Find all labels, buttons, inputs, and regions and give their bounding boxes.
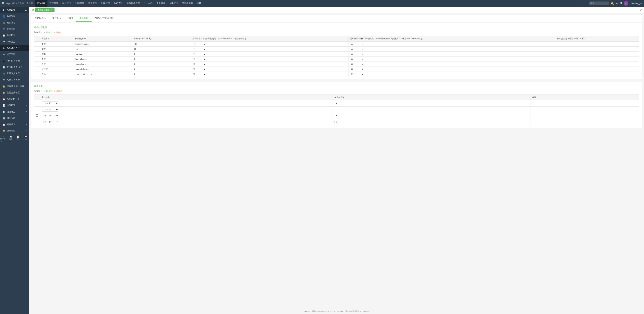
- row-checkbox[interactable]: [36, 108, 38, 110]
- row-checkbox[interactable]: [36, 58, 38, 60]
- sidebar-item-desktop-management[interactable]: 🖥 桌面管理: [0, 51, 29, 58]
- add-leave-row-button[interactable]: + 新增行: [44, 31, 52, 34]
- use-annual-select[interactable]: 否 是: [192, 73, 206, 76]
- row-checkbox[interactable]: [36, 121, 38, 123]
- nav-item-4[interactable]: 项目管理: [86, 0, 99, 7]
- use-annual-select[interactable]: 否 是: [192, 63, 206, 65]
- tab-erp-audit[interactable]: ERP(生产)审核制度: [92, 15, 117, 22]
- tab-email-server[interactable]: 邮箱服务器: [31, 15, 49, 22]
- row-use-annual[interactable]: 否 是: [191, 52, 348, 57]
- sidebar-bottom-calendar[interactable]: 📅 日程: [8, 136, 15, 143]
- nav-item-9[interactable]: 企业服务: [154, 0, 167, 7]
- row-use-comp[interactable]: 否 是: [348, 41, 555, 46]
- nav-item-8[interactable]: 个人中心: [142, 0, 154, 7]
- row-use-comp[interactable]: 否 是: [348, 62, 555, 67]
- delete-leave-row-button[interactable]: 🗑 删除行: [54, 31, 62, 34]
- sidebar-item-theme-bg[interactable]: 🎨 主题背景设置: [0, 89, 29, 96]
- nav-item-6[interactable]: 生产管理: [112, 0, 124, 7]
- row-use-annual[interactable]: 否 是: [191, 62, 348, 67]
- nav-item-11[interactable]: 开发者桌面: [180, 0, 195, 7]
- sidebar-bottom-notes[interactable]: 📝 笔记: [15, 136, 22, 143]
- nav-item-1[interactable]: 薪资管理: [48, 0, 60, 7]
- menu-toggle-icon[interactable]: ☰: [2, 2, 4, 5]
- use-comp-select[interactable]: 否 是: [350, 43, 364, 45]
- sidebar-item-role-management[interactable]: 👤 角色管理: [0, 13, 29, 19]
- row-years[interactable]: 1年以下1年～3年3年～5年5年～8年8年以上: [40, 119, 333, 125]
- expand-icon[interactable]: ⤢: [640, 8, 642, 11]
- image-icon[interactable]: 🖼: [619, 2, 622, 5]
- sidebar-item-survey[interactable]: 📋 问卷调查 ▼: [0, 121, 29, 128]
- sidebar-item-resource-icon[interactable]: 🖼 资源图标: [0, 19, 29, 26]
- use-comp-select[interactable]: 否 是: [350, 53, 364, 55]
- tab-forum-data[interactable]: 论坛数据: [49, 15, 64, 22]
- use-annual-select[interactable]: 否 是: [192, 48, 206, 50]
- use-comp-select[interactable]: 否 是: [350, 68, 364, 70]
- use-comp-select[interactable]: 否 是: [350, 73, 364, 76]
- sidebar-item-system-log[interactable]: 📋 系统日志: [0, 32, 29, 38]
- sidebar-item-bg-image[interactable]: 🖼 背景图片设置: [0, 70, 29, 77]
- sidebar-item-doc-settings[interactable]: 📝 说明设置 ▼: [0, 102, 29, 109]
- row-use-annual[interactable]: 否 是: [191, 57, 348, 62]
- use-comp-select[interactable]: 否 是: [350, 63, 364, 65]
- row-checkbox[interactable]: [36, 68, 38, 70]
- row-checkbox[interactable]: [36, 102, 38, 104]
- use-annual-select[interactable]: 否 是: [192, 53, 206, 55]
- breadcrumb-tab[interactable]: 系统基础设置 ✕: [35, 7, 54, 12]
- add-annual-row-button[interactable]: + 新增行: [44, 90, 52, 93]
- sidebar-item-scheduled-task[interactable]: ⏰ 系统定时任务: [0, 96, 29, 102]
- row-use-comp[interactable]: 否 是: [348, 72, 555, 77]
- row-years[interactable]: 1年以下1年～3年3年～5年5年～8年8年以上: [40, 100, 333, 107]
- sidebar-item-db-backup[interactable]: 💾 数据库备份/还原: [0, 64, 29, 70]
- mail-icon[interactable]: ✉: [616, 2, 618, 5]
- use-comp-select[interactable]: 否 是: [350, 48, 364, 50]
- tab-attendance[interactable]: 考勤制度: [76, 15, 92, 22]
- years-select[interactable]: 1年以下1年～3年3年～5年5年～8年8年以上: [42, 101, 58, 105]
- row-checkbox[interactable]: [36, 63, 38, 65]
- tab-crm[interactable]: CRM: [64, 15, 76, 22]
- bell-icon[interactable]: 🔔: [610, 2, 614, 5]
- sidebar-section-system-settings[interactable]: ⚙ 系统设置 ▲: [0, 7, 29, 13]
- sidebar-bottom-file[interactable]: ☰ 文件管理: [0, 136, 8, 143]
- sidebar-item-project-plan[interactable]: 📊 项目规划 ▼: [0, 109, 29, 115]
- sidebar-bottom-forum[interactable]: 💬 论坛: [22, 136, 29, 143]
- nav-item-10[interactable]: 人事管理: [167, 0, 180, 7]
- row-years[interactable]: 1年以下1年～3年3年～5年5年～8年8年以上: [40, 107, 333, 113]
- sidebar-item-admin-region[interactable]: 🗺 行政区划: [0, 38, 29, 45]
- close-tab-icon[interactable]: ✕: [51, 9, 52, 11]
- nav-item-2[interactable]: 学校管理: [60, 0, 73, 7]
- nav-item-7[interactable]: 售后服务管理: [124, 0, 142, 7]
- sidebar-item-lockscreen-bg[interactable]: 🔒 锁屏背景图片设置: [0, 83, 29, 89]
- use-annual-select[interactable]: 否 是: [192, 43, 206, 45]
- row-use-annual[interactable]: 否 是: [191, 46, 348, 52]
- search-input[interactable]: [589, 1, 609, 5]
- sidebar-item-system-image-type[interactable]: 📷 系统图片类型: [0, 77, 29, 83]
- use-annual-select[interactable]: 否 是: [192, 68, 206, 70]
- row-checkbox[interactable]: [36, 43, 38, 45]
- row-use-comp[interactable]: 否 是: [348, 57, 555, 62]
- years-select[interactable]: 1年以下1年～3年3年～5年5年～8年8年以上: [42, 120, 58, 124]
- sidebar-item-system-basic-settings[interactable]: ⚙ 系统基础设置: [0, 45, 29, 51]
- row-checkbox[interactable]: [36, 48, 38, 50]
- row-use-annual[interactable]: 否 是: [191, 41, 348, 46]
- sidebar-item-org-management[interactable]: 🏢 组织管理 ▼: [0, 115, 29, 121]
- sidebar-item-menu-management[interactable]: ☰ 菜单管理: [0, 26, 29, 32]
- row-checkbox[interactable]: [36, 114, 38, 117]
- sidebar-item-app-management[interactable]: 📦 应用管理 ▼: [0, 128, 29, 134]
- home-icon[interactable]: 🏠: [31, 8, 34, 11]
- row-years[interactable]: 1年以下1年～3年3年～5年5年～8年8年以上: [40, 113, 333, 119]
- delete-annual-row-button[interactable]: 🗑 删除行: [54, 90, 62, 93]
- row-checkbox[interactable]: [36, 73, 38, 75]
- nav-item-5[interactable]: ERP管理: [99, 0, 112, 7]
- avatar[interactable]: C: [624, 1, 628, 6]
- row-use-comp[interactable]: 否 是: [348, 46, 555, 52]
- row-use-comp[interactable]: 否 是: [348, 52, 555, 57]
- nav-item-3[interactable]: CRM管理: [73, 0, 86, 7]
- row-use-annual[interactable]: 否 是: [191, 67, 348, 72]
- nav-item-0[interactable]: 默认桌面: [35, 0, 48, 7]
- row-use-annual[interactable]: 否 是: [191, 72, 348, 77]
- years-select[interactable]: 1年以下1年～3年3年～5年5年～8年8年以上: [42, 114, 58, 118]
- sidebar-item-app-menu[interactable]: 📱 APP菜单管理: [0, 58, 29, 64]
- row-use-comp[interactable]: 否 是: [348, 67, 555, 72]
- use-comp-select[interactable]: 否 是: [350, 58, 364, 60]
- row-checkbox[interactable]: [36, 53, 38, 55]
